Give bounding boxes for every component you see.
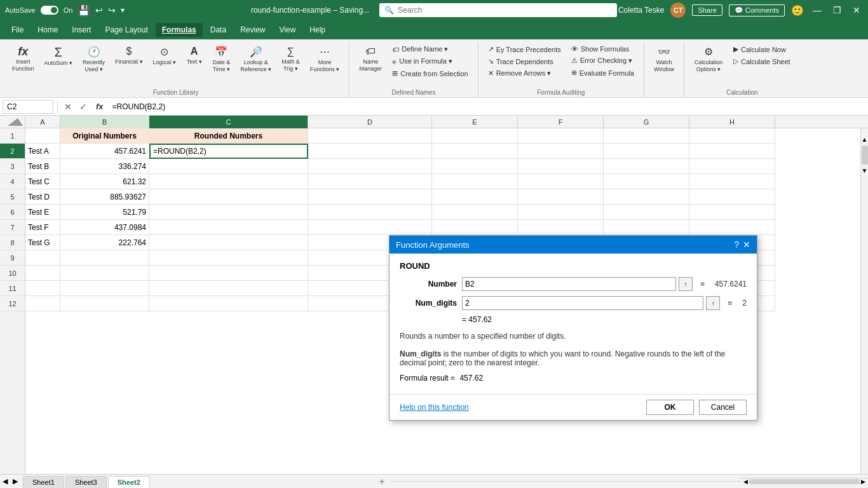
- ribbon-btn-recently-used[interactable]: 🕐 RecentlyUsed ▾: [78, 43, 109, 76]
- cell-D7[interactable]: [308, 220, 432, 235]
- cell-C11[interactable]: [149, 281, 308, 296]
- customize-icon[interactable]: ▾: [121, 6, 125, 15]
- cell-A2[interactable]: Test A: [25, 144, 60, 159]
- dialog-number-input[interactable]: [462, 277, 676, 291]
- cell-B6[interactable]: 521.79: [60, 205, 149, 220]
- cell-F6[interactable]: [518, 205, 604, 220]
- confirm-formula-btn[interactable]: ✓: [77, 102, 90, 112]
- cell-G7[interactable]: [604, 220, 689, 235]
- menu-item-file[interactable]: File: [5, 23, 30, 37]
- row-num-1[interactable]: 1: [0, 128, 25, 144]
- cell-B9[interactable]: [60, 250, 149, 266]
- hscroll-right-btn[interactable]: ▶: [861, 478, 865, 485]
- menu-item-formulas[interactable]: Formulas: [156, 23, 203, 37]
- cell-C12[interactable]: [149, 296, 308, 311]
- ribbon-btn-calculate-sheet[interactable]: ▷ Calculate Sheet: [729, 55, 795, 67]
- cell-A10[interactable]: [25, 266, 60, 281]
- cell-F2[interactable]: [518, 144, 604, 159]
- row-num-9[interactable]: 9: [0, 250, 25, 266]
- cell-A3[interactable]: Test B: [25, 159, 60, 174]
- cell-E7[interactable]: [432, 220, 518, 235]
- col-header-C[interactable]: C: [149, 116, 308, 128]
- redo-icon[interactable]: ↪: [108, 5, 116, 15]
- cell-D4[interactable]: [308, 174, 432, 189]
- row-num-4[interactable]: 4: [0, 174, 25, 189]
- cell-B3[interactable]: 336.274: [60, 159, 149, 174]
- row-num-12[interactable]: 12: [0, 296, 25, 311]
- cell-B4[interactable]: 621.32: [60, 174, 149, 189]
- menu-item-insert[interactable]: Insert: [65, 23, 97, 37]
- cell-H3[interactable]: [689, 159, 775, 174]
- col-header-H[interactable]: H: [689, 116, 775, 128]
- ribbon-btn-show-formulas[interactable]: 👁 Show Formulas: [567, 43, 639, 55]
- cell-F3[interactable]: [518, 159, 604, 174]
- ribbon-btn-use-in-formula[interactable]: ⎆ Use in Formula ▾: [388, 55, 472, 67]
- dialog-number-ref-btn[interactable]: ↑: [679, 277, 693, 291]
- minimize-btn[interactable]: —: [810, 5, 824, 15]
- ribbon-btn-remove-arrows[interactable]: ✕ Remove Arrows ▾: [484, 67, 566, 79]
- dialog-cancel-btn[interactable]: Cancel: [699, 400, 747, 415]
- ribbon-btn-calculate-now[interactable]: ▶ Calculate Now: [729, 43, 795, 55]
- row-num-6[interactable]: 6: [0, 205, 25, 220]
- col-header-E[interactable]: E: [432, 116, 518, 128]
- dialog-ok-btn[interactable]: OK: [646, 400, 694, 415]
- cell-F5[interactable]: [518, 189, 604, 205]
- cell-C6[interactable]: [149, 205, 308, 220]
- cell-A9[interactable]: [25, 250, 60, 266]
- autosave-toggle[interactable]: [41, 6, 58, 15]
- cell-H6[interactable]: [689, 205, 775, 220]
- cell-B1[interactable]: Original Numbers: [60, 128, 149, 144]
- cell-H1[interactable]: [689, 128, 775, 144]
- scroll-tabs-left[interactable]: ◀: [0, 477, 10, 485]
- cell-C3[interactable]: [149, 159, 308, 174]
- dialog-numdigits-input[interactable]: [462, 296, 703, 310]
- scroll-tabs-right[interactable]: ▶: [10, 477, 20, 485]
- ribbon-btn-autosum[interactable]: Σ AutoSum ▾: [40, 43, 78, 69]
- cell-B8[interactable]: 222.764: [60, 235, 149, 250]
- cell-B12[interactable]: [60, 296, 149, 311]
- cell-D3[interactable]: [308, 159, 432, 174]
- cell-E2[interactable]: [432, 144, 518, 159]
- search-box[interactable]: 🔍: [379, 3, 617, 17]
- cell-D6[interactable]: [308, 205, 432, 220]
- close-btn[interactable]: ✕: [850, 5, 863, 15]
- ribbon-btn-create-from-selection[interactable]: ⊞ Create from Selection: [388, 67, 472, 79]
- sheet-tab-sheet1[interactable]: Sheet1: [23, 476, 64, 489]
- function-arguments-dialog[interactable]: Function Arguments ? ✕ ROUND Number ↑ = …: [389, 235, 757, 421]
- cell-E4[interactable]: [432, 174, 518, 189]
- ribbon-btn-name-manager[interactable]: 🏷 NameManager: [355, 43, 386, 75]
- row-num-5[interactable]: 5: [0, 189, 25, 205]
- cell-A11[interactable]: [25, 281, 60, 296]
- menu-item-review[interactable]: Review: [234, 23, 271, 37]
- ribbon-btn-watch-window[interactable]: 👓 WatchWindow: [649, 43, 679, 76]
- cell-G6[interactable]: [604, 205, 689, 220]
- cell-F1[interactable]: [518, 128, 604, 144]
- cell-A4[interactable]: Test C: [25, 174, 60, 189]
- dialog-close-btn[interactable]: ✕: [743, 240, 750, 250]
- cell-H4[interactable]: [689, 174, 775, 189]
- cell-H2[interactable]: [689, 144, 775, 159]
- col-header-B[interactable]: B: [60, 116, 149, 128]
- row-num-8[interactable]: 8: [0, 235, 25, 250]
- cell-C8[interactable]: [149, 235, 308, 250]
- menu-item-page layout[interactable]: Page Layout: [98, 23, 154, 37]
- row-num-2[interactable]: 2: [0, 144, 25, 159]
- cell-B7[interactable]: 437.0984: [60, 220, 149, 235]
- ribbon-btn-lookup[interactable]: 🔎 Lookup &Reference ▾: [236, 43, 276, 76]
- col-header-A[interactable]: A: [25, 116, 60, 128]
- cell-F7[interactable]: [518, 220, 604, 235]
- cell-G4[interactable]: [604, 174, 689, 189]
- col-header-G[interactable]: G: [604, 116, 689, 128]
- cell-E3[interactable]: [432, 159, 518, 174]
- ribbon-btn-calc-options[interactable]: ⚙ CalculationOptions ▾: [689, 43, 728, 76]
- cell-C5[interactable]: [149, 189, 308, 205]
- search-input[interactable]: [398, 6, 612, 15]
- cell-C10[interactable]: [149, 266, 308, 281]
- cell-B5[interactable]: 885.93627: [60, 189, 149, 205]
- ribbon-btn-more-functions[interactable]: ⋯ MoreFunctions ▾: [306, 43, 344, 76]
- ribbon-btn-trace-precedents[interactable]: ↗ Ey Trace Precedents: [484, 43, 566, 55]
- horizontal-scrollbar[interactable]: ◀ ▶: [741, 478, 868, 485]
- user-avatar[interactable]: CT: [670, 3, 686, 18]
- cell-ref-box[interactable]: C2: [3, 100, 53, 114]
- cell-C9[interactable]: [149, 250, 308, 266]
